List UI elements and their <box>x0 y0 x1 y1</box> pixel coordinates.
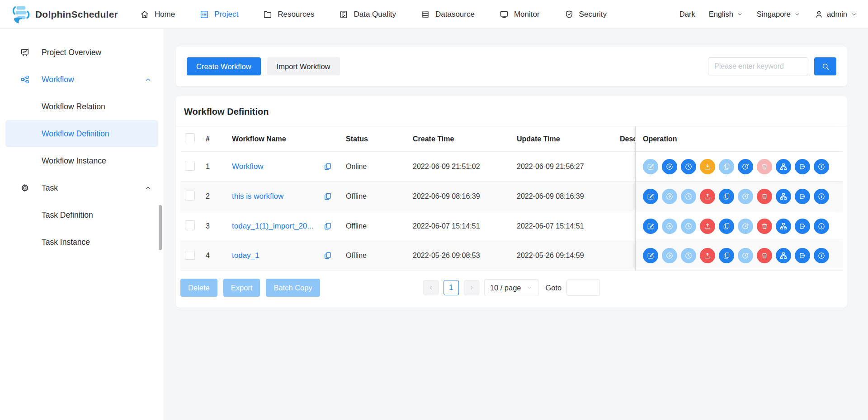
copy-name-icon[interactable] <box>323 192 339 201</box>
edit-button[interactable] <box>643 219 658 234</box>
copy-button[interactable] <box>719 159 734 174</box>
create-workflow-button[interactable]: Create Workflow <box>187 57 261 75</box>
import-workflow-button[interactable]: Import Workflow <box>267 57 340 75</box>
edit-icon <box>646 222 655 230</box>
search-input[interactable] <box>708 57 808 75</box>
upload-icon <box>703 252 712 260</box>
workflow-name-link[interactable]: today_1 <box>232 251 259 260</box>
delete-button[interactable] <box>757 248 772 263</box>
sidebar-item-workflow[interactable]: Workflow <box>5 66 158 93</box>
sidebar-item-task[interactable]: Task <box>5 174 158 201</box>
page-title: Workflow Definition <box>176 96 847 126</box>
run-button[interactable] <box>662 159 677 174</box>
run-icon <box>665 163 674 171</box>
cron-manage-button[interactable] <box>738 189 753 204</box>
nav-item-security[interactable]: Security <box>564 9 607 19</box>
export-icon <box>798 222 807 230</box>
version-info-button[interactable] <box>814 189 829 204</box>
sidebar-scrollbar-thumb[interactable] <box>159 205 162 250</box>
timezone-select[interactable]: Singapore <box>757 10 801 19</box>
edit-button[interactable] <box>643 159 658 174</box>
copy-button[interactable] <box>719 219 734 234</box>
copy-button[interactable] <box>719 248 734 263</box>
export-button[interactable] <box>795 189 810 204</box>
version-info-button[interactable] <box>814 159 829 174</box>
run-icon <box>665 222 674 230</box>
version-info-button[interactable] <box>814 219 829 234</box>
edit-button[interactable] <box>643 189 658 204</box>
brand[interactable]: DolphinScheduler <box>11 4 118 25</box>
workflow-name-link[interactable]: this is workflow <box>232 192 283 201</box>
release-toggle-button[interactable] <box>700 189 715 204</box>
cron-manage-button[interactable] <box>738 159 753 174</box>
workflow-name-link[interactable]: today_1(1)_import_20... <box>232 222 314 231</box>
delete-button[interactable]: Delete <box>180 279 217 297</box>
copy-button[interactable] <box>719 189 734 204</box>
main-content: Create Workflow Import Workflow Workflow… <box>164 29 868 420</box>
row-index: 3 <box>202 222 228 230</box>
sidebar-item-task-definition[interactable]: Task Definition <box>5 201 158 229</box>
timing-button[interactable] <box>681 248 696 263</box>
user-menu[interactable]: admin <box>814 9 857 19</box>
search-button[interactable] <box>814 57 836 75</box>
delete-button[interactable] <box>757 159 772 174</box>
tree-view-button[interactable] <box>776 219 791 234</box>
tree-view-button[interactable] <box>776 248 791 263</box>
sidebar-item-workflow-definition[interactable]: Workflow Definition <box>5 120 158 147</box>
next-page-button[interactable] <box>464 280 479 295</box>
cron-manage-button[interactable] <box>738 219 753 234</box>
export-button[interactable] <box>795 219 810 234</box>
prev-page-button[interactable] <box>423 280 439 295</box>
delete-button[interactable] <box>757 219 772 234</box>
nav-item-project[interactable]: Project <box>199 9 238 19</box>
batch-copy-button[interactable]: Batch Copy <box>266 279 320 297</box>
release-toggle-button[interactable] <box>700 248 715 263</box>
goto-page-input[interactable] <box>566 280 600 296</box>
cron-manage-button[interactable] <box>738 248 753 263</box>
sidebar-item-project-overview[interactable]: Project Overview <box>5 39 158 66</box>
select-all-checkbox[interactable] <box>185 133 195 143</box>
row-checkbox[interactable] <box>185 250 195 260</box>
tree-view-button[interactable] <box>776 159 791 174</box>
copy-name-icon[interactable] <box>323 162 339 171</box>
release-toggle-button[interactable] <box>700 159 715 174</box>
row-checkbox[interactable] <box>185 191 195 201</box>
theme-toggle[interactable]: Dark <box>679 10 695 19</box>
copy-name-icon[interactable] <box>323 251 339 260</box>
row-checkbox[interactable] <box>185 161 195 171</box>
col-workflow-name: Workflow Name <box>228 135 342 143</box>
tree-view-button[interactable] <box>776 189 791 204</box>
timing-button[interactable] <box>681 189 696 204</box>
export-button[interactable]: Export <box>223 279 260 297</box>
delete-button[interactable] <box>757 189 772 204</box>
sidebar-item-workflow-relation[interactable]: Workflow Relation <box>5 93 158 120</box>
nav-item-datasource[interactable]: Datasource <box>420 9 475 19</box>
nav-item-data-quality[interactable]: Data Quality <box>339 9 396 19</box>
nav-item-home[interactable]: Home <box>140 9 175 19</box>
nav-item-label: Project <box>214 10 238 19</box>
table-header: # Workflow Name Status Create Time Updat… <box>180 126 843 151</box>
workflow-name-link[interactable]: Workflow <box>232 162 264 171</box>
page-number-button[interactable]: 1 <box>443 280 459 295</box>
release-toggle-button[interactable] <box>700 219 715 234</box>
sidebar-item-task-instance[interactable]: Task Instance <box>5 229 158 256</box>
run-button[interactable] <box>662 219 677 234</box>
nav-item-monitor[interactable]: Monitor <box>499 9 540 19</box>
sidebar-item-workflow-instance[interactable]: Workflow Instance <box>5 147 158 174</box>
copy-name-icon[interactable] <box>323 222 339 231</box>
version-info-button[interactable] <box>814 248 829 263</box>
timing-button[interactable] <box>681 159 696 174</box>
language-select[interactable]: English <box>709 10 743 19</box>
row-index: 4 <box>202 252 228 260</box>
run-button[interactable] <box>662 189 677 204</box>
row-checkbox[interactable] <box>185 220 195 230</box>
edit-button[interactable] <box>643 248 658 263</box>
sidebar-item-label: Workflow Relation <box>42 102 105 112</box>
export-button[interactable] <box>795 159 810 174</box>
nav-item-resources[interactable]: Resources <box>263 9 314 19</box>
timing-button[interactable] <box>681 219 696 234</box>
trash-icon <box>760 192 769 201</box>
export-button[interactable] <box>795 248 810 263</box>
page-size-select[interactable]: 10 / page <box>484 279 539 296</box>
run-button[interactable] <box>662 248 677 263</box>
